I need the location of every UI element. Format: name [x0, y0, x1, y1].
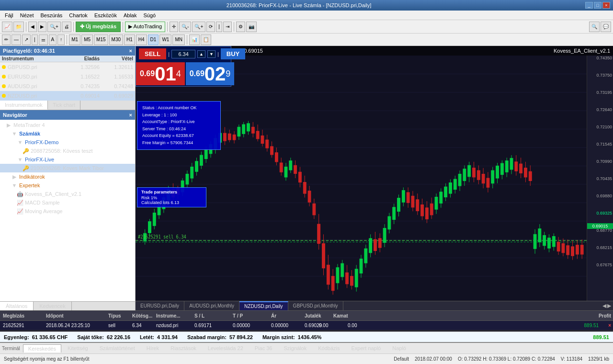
tf-w1[interactable]: W1 [159, 34, 171, 45]
sell-button[interactable]: SELL [139, 48, 166, 59]
table-row[interactable]: 21625291 2018.06.24 23:25:10 sell 6.34 n… [0, 321, 613, 330]
term-tab-trading[interactable]: Kereskedés [23, 344, 61, 353]
nav-moving-avg[interactable]: 📈 Moving Average [0, 207, 135, 216]
text-button[interactable]: A [49, 34, 57, 45]
term-tab-mailbox[interactable]: Levelesláda 22 [203, 344, 249, 353]
tf-m30[interactable]: M30 [109, 34, 123, 45]
chart-shift-button[interactable]: ⇥ [223, 22, 232, 32]
hline-button[interactable]: — [11, 34, 21, 45]
tf-m1[interactable]: M1 [69, 34, 80, 45]
nav-priorfx-live[interactable]: ▼ PriorFX-Live [0, 155, 135, 164]
close-trade-button[interactable]: × [608, 323, 613, 328]
trade-price: 0.00000 [268, 323, 302, 328]
market-row-nzdusd[interactable]: NZDUSD.pri 0.69014 0.69029 [0, 91, 135, 101]
search-button[interactable]: 🔍 [589, 22, 600, 32]
svg-rect-138 [430, 204, 433, 215]
nav-indicators[interactable]: ▶ Indikátorok [0, 172, 135, 181]
term-tab-signals[interactable]: Szignálok [278, 344, 312, 353]
indicator-button[interactable]: 📊 [189, 34, 200, 45]
print-button[interactable]: 🖨 [62, 22, 71, 32]
tf-h1[interactable]: H1 [124, 34, 135, 45]
zoom-in2-button[interactable]: 🔍+ [192, 22, 205, 32]
vline-button[interactable]: | [32, 34, 38, 45]
menu-help[interactable]: Súgó [140, 11, 159, 19]
zoom-out-button[interactable]: 🔍- [179, 22, 191, 32]
chart-tab-audusd[interactable]: AUDUSD.pri,Monthly [184, 301, 239, 310]
nav-metatrader4[interactable]: ▶ MetaTrader 4 [0, 121, 135, 129]
autotrading-button[interactable]: ▶ AutoTrading [125, 22, 165, 32]
close-button[interactable]: × [602, 2, 610, 9]
menu-charts[interactable]: Chartok [66, 11, 91, 19]
template-button[interactable]: 📋 [201, 34, 211, 45]
lot-input[interactable] [171, 50, 195, 58]
back-button[interactable]: ◀ [28, 22, 37, 32]
menu-file[interactable]: Fájl [2, 11, 16, 19]
maximize-button[interactable]: □ [594, 2, 602, 9]
svg-rect-20 [153, 213, 156, 226]
channel-button[interactable]: ⚌ [39, 34, 48, 45]
term-tab-expertlog[interactable]: Expert napló [346, 344, 386, 353]
navigator-close-icon[interactable]: × [129, 112, 132, 118]
tf-m15[interactable]: M15 [94, 34, 108, 45]
settings-button[interactable]: ⚙ [236, 22, 245, 32]
open-button[interactable]: 📁 [13, 22, 24, 32]
nav-experts[interactable]: ▼ Expertek [0, 181, 135, 190]
chart-area[interactable]: NZDUSD.pri,Daily 0.69141 0.69151 0.68953… [136, 46, 613, 310]
nav-tab-favorites[interactable]: Kedvencek [34, 302, 71, 310]
navigator: Navigátor × ▶ MetaTrader 4 ▼ Számlák ▼ P… [0, 110, 135, 310]
auto-scroll-button[interactable]: ⟳ [206, 22, 215, 32]
nav-accounts[interactable]: ▼ Számlák [0, 129, 135, 138]
tline-button[interactable]: ↗ [22, 34, 31, 45]
chart-tab-gbpusd[interactable]: GBPUSD.pri,Monthly [288, 301, 343, 310]
term-tab-alerts[interactable]: Riasztások [165, 344, 202, 353]
nav-macd[interactable]: 📈 MACD Sample [0, 198, 135, 207]
market-row-eurusd[interactable]: EURUSD.pri 1.16522 1.16533 [0, 72, 135, 81]
term-tab-codebase[interactable]: Kódbázis [313, 344, 345, 353]
tf-mn[interactable]: MN [172, 34, 185, 45]
nav-tab-general[interactable]: Általános [0, 302, 34, 310]
svg-rect-156 [473, 168, 476, 177]
lot-up-button[interactable]: ▼ [207, 50, 216, 58]
minimize-button[interactable]: _ [585, 2, 593, 9]
crosshair-button[interactable]: ✛ [170, 22, 178, 32]
chart-next-button[interactable]: ▶ [607, 303, 611, 309]
chart-prev-button[interactable]: ◀ [602, 303, 606, 309]
term-tab-journal[interactable]: Napló [387, 344, 411, 353]
menu-insert[interactable]: Beszúrás [37, 11, 65, 19]
chat-button[interactable]: 💬 [601, 22, 611, 32]
menu-view[interactable]: Nézet [17, 11, 37, 19]
menu-window[interactable]: Ablak [121, 11, 140, 19]
zoom-in-button[interactable]: 🔍+ [47, 22, 61, 32]
chart-tab-nzdusd[interactable]: NZDUSD.pri,Daily [239, 301, 288, 310]
nav-kovess-ea[interactable]: 🤖 Kovess_EA_Client_v2.1 [0, 190, 135, 198]
market-row-gbpusd[interactable]: GBPUSD.pri 1.32596 1.32611 [0, 62, 135, 72]
tab-tick-chart[interactable]: Tick chart [48, 101, 80, 110]
new-chart-button[interactable]: 📈 [2, 22, 12, 32]
nav-priorfx-demo[interactable]: ▼ PriorFX-Demo [0, 138, 135, 147]
draw-button[interactable]: ✏ [2, 34, 11, 45]
menu-tools[interactable]: Eszközök [91, 11, 120, 19]
tf-h4[interactable]: H4 [136, 34, 147, 45]
market-row-audusd[interactable]: AUDUSD.pri 0.74235 0.74248 [0, 81, 135, 91]
term-tab-history[interactable]: Számlatörténet [94, 344, 140, 353]
buy-button[interactable]: BUY [221, 48, 245, 59]
nav-demo-account[interactable]: 🔑 2088725058: Kövess teszt [0, 147, 135, 155]
term-tab-market[interactable]: Piac 36 [250, 344, 278, 353]
lot-down-button[interactable]: ▲ [197, 50, 205, 58]
total-profit: 889.51 [593, 334, 609, 340]
tf-m5[interactable]: M5 [81, 34, 93, 45]
nav-live-account[interactable]: 🔑 2100036268: Koves Mark Tibor [0, 164, 135, 172]
screenshot-button[interactable]: 📷 [246, 22, 257, 32]
period-sep-button[interactable]: | [216, 22, 222, 32]
tf-d1[interactable]: D1 [148, 34, 159, 45]
arrow-button[interactable]: ↑ [57, 34, 65, 45]
market-watch-close-icon[interactable]: × [129, 48, 132, 54]
separator3 [123, 22, 123, 32]
chart-tab-eurusd[interactable]: EURUSD.pri,Daily [136, 301, 184, 310]
new-order-button[interactable]: ✚ Új megbízás [76, 22, 121, 32]
svg-rect-40 [200, 155, 203, 165]
tab-instrumentumok[interactable]: Instrumentumok [0, 101, 48, 110]
term-tab-news[interactable]: Hírek [141, 344, 164, 353]
term-tab-exposure[interactable]: Kitettség [62, 344, 93, 353]
forward-button[interactable]: ▶ [38, 22, 46, 32]
